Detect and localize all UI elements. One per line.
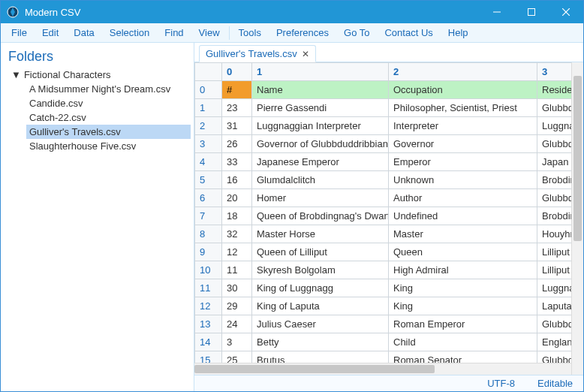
menu-data[interactable]: Data (66, 25, 101, 41)
menu-tools[interactable]: Tools (231, 25, 269, 41)
row-index[interactable]: 15 (195, 351, 222, 363)
close-button[interactable] (549, 1, 583, 23)
file-item[interactable]: Catch-22.csv (26, 110, 191, 125)
cell[interactable]: 31 (222, 117, 252, 135)
file-item[interactable]: Candide.csv (26, 96, 191, 110)
row-index[interactable]: 11 (195, 279, 222, 297)
cell[interactable]: Queen of Lilliput (252, 243, 389, 261)
cell[interactable]: 20 (222, 189, 252, 207)
cell[interactable]: Roman Emperor (389, 315, 537, 333)
cell[interactable]: 3 (222, 333, 252, 351)
cell[interactable]: King (389, 297, 537, 315)
cell[interactable]: Emperor (389, 153, 537, 171)
column-index[interactable]: 0 (222, 63, 252, 81)
cell[interactable]: Governor (389, 135, 537, 153)
cell[interactable]: 26 (222, 135, 252, 153)
horizontal-scroll-thumb[interactable] (194, 365, 435, 373)
cell[interactable]: Glubbdubdrib (537, 351, 572, 363)
cell[interactable]: Interpreter (389, 117, 537, 135)
cell[interactable]: Undefined (389, 207, 537, 225)
cell[interactable]: 29 (222, 297, 252, 315)
file-item[interactable]: Slaughterhouse Five.csv (26, 139, 191, 153)
column-index[interactable]: 1 (252, 63, 389, 81)
folder-node[interactable]: ▼ Fictional Characters (8, 68, 191, 82)
cell[interactable]: King (389, 279, 537, 297)
cell[interactable]: Glumdalclitch (252, 171, 389, 189)
row-index[interactable]: 8 (195, 225, 222, 243)
cell[interactable]: Author (389, 189, 537, 207)
cell[interactable]: Brobdingnag (537, 207, 572, 225)
header-cell[interactable]: Name (252, 81, 389, 99)
file-item[interactable]: A Midsummer Night's Dream.csv (26, 82, 191, 96)
horizontal-scrollbar[interactable] (194, 363, 571, 375)
cell[interactable]: Lilliput (537, 243, 572, 261)
cell[interactable]: 30 (222, 279, 252, 297)
status-mode[interactable]: Editable (537, 378, 573, 389)
cell[interactable]: Lilliput (537, 261, 572, 279)
cell[interactable]: Child (389, 333, 537, 351)
menu-edit[interactable]: Edit (35, 25, 66, 41)
cell[interactable]: King of Luggnagg (252, 279, 389, 297)
minimize-button[interactable] (480, 1, 514, 23)
row-index[interactable]: 7 (195, 207, 222, 225)
close-icon[interactable]: ✕ (302, 49, 309, 59)
row-index[interactable]: 9 (195, 243, 222, 261)
cell[interactable]: 23 (222, 99, 252, 117)
cell[interactable]: England (537, 333, 572, 351)
row-index[interactable]: 14 (195, 333, 222, 351)
cell[interactable]: Betty (252, 333, 389, 351)
cell[interactable]: Master Horse (252, 225, 389, 243)
cell[interactable]: Glubbdubdrib (537, 99, 572, 117)
row-index[interactable]: 6 (195, 189, 222, 207)
cell[interactable]: 24 (222, 315, 252, 333)
cell[interactable]: King of Laputa (252, 297, 389, 315)
cell[interactable]: Julius Caeser (252, 315, 389, 333)
cell[interactable]: Houyhnhnm (537, 225, 572, 243)
cell[interactable]: Philosopher, Scientist, Priest (389, 99, 537, 117)
maximize-button[interactable] (514, 1, 549, 23)
header-cell[interactable]: Residence (537, 81, 572, 99)
menu-selection[interactable]: Selection (102, 25, 157, 41)
cell[interactable]: Luggnagg (537, 117, 572, 135)
cell[interactable]: 16 (222, 171, 252, 189)
cell[interactable]: 12 (222, 243, 252, 261)
cell[interactable]: Queen of Brobdingnag's Dwarf (252, 207, 389, 225)
row-index[interactable]: 4 (195, 153, 222, 171)
cell[interactable]: Japan (537, 153, 572, 171)
row-index[interactable]: 10 (195, 261, 222, 279)
cell[interactable]: Roman Senator (389, 351, 537, 363)
row-index[interactable]: 13 (195, 315, 222, 333)
menu-view[interactable]: View (191, 25, 227, 41)
row-index[interactable]: 3 (195, 135, 222, 153)
cell[interactable]: Queen (389, 243, 537, 261)
cell[interactable]: Glubbdubdrib (537, 189, 572, 207)
cell[interactable]: 32 (222, 225, 252, 243)
cell[interactable]: High Admiral (389, 261, 537, 279)
cell[interactable]: 33 (222, 153, 252, 171)
cell[interactable]: 25 (222, 351, 252, 363)
cell[interactable]: Pierre Gassendi (252, 99, 389, 117)
menu-contact-us[interactable]: Contact Us (377, 25, 440, 41)
menu-file[interactable]: File (4, 25, 35, 41)
menu-preferences[interactable]: Preferences (269, 25, 336, 41)
cell[interactable]: Luggnaggian Interpreter (252, 117, 389, 135)
data-grid[interactable]: 01230#NameOccupationResidence123Pierre G… (194, 62, 571, 363)
cell[interactable]: Luggnagg (537, 279, 572, 297)
vertical-scrollbar[interactable] (571, 62, 583, 375)
column-index[interactable]: 2 (389, 63, 537, 81)
row-index[interactable]: 5 (195, 171, 222, 189)
file-item[interactable]: Gulliver's Travels.csv (26, 125, 191, 139)
row-index[interactable]: 1 (195, 99, 222, 117)
cell[interactable]: Japanese Emperor (252, 153, 389, 171)
menu-find[interactable]: Find (157, 25, 191, 41)
cell[interactable]: Skyresh Bolgolam (252, 261, 389, 279)
row-index[interactable]: 2 (195, 117, 222, 135)
menu-help[interactable]: Help (441, 25, 476, 41)
row-index[interactable]: 12 (195, 297, 222, 315)
cell[interactable]: Laputa (537, 297, 572, 315)
column-index[interactable]: 3 (537, 63, 572, 81)
cell[interactable]: 11 (222, 261, 252, 279)
cell[interactable]: Governor of Glubbduddribbian (252, 135, 389, 153)
cell[interactable]: Unknown (389, 171, 537, 189)
cell[interactable]: Brutus (252, 351, 389, 363)
